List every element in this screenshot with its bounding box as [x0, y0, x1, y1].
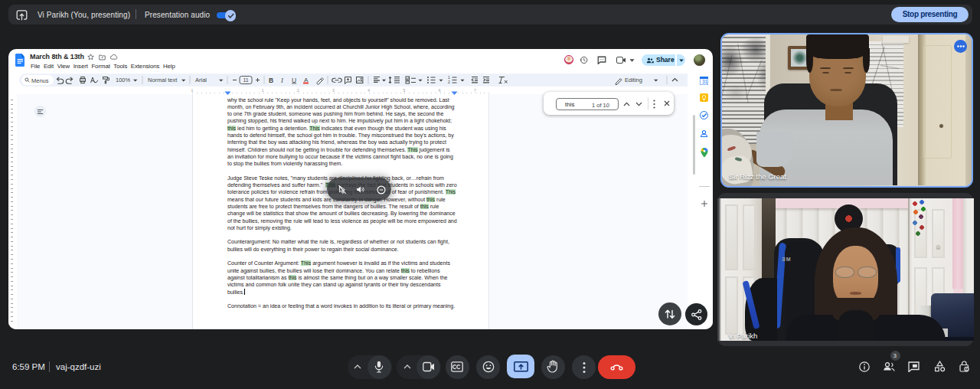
svg-text:U: U	[292, 77, 296, 84]
svg-text:100%: 100%	[116, 77, 131, 83]
svg-text:I: I	[280, 77, 284, 84]
svg-text:Normal text: Normal text	[148, 77, 178, 83]
svg-text:Arial: Arial	[195, 77, 207, 83]
svg-text:11: 11	[243, 77, 249, 83]
svg-text:A: A	[304, 77, 309, 83]
svg-text:31: 31	[702, 79, 708, 84]
svg-text:Editing: Editing	[625, 77, 642, 83]
svg-text:B: B	[269, 77, 273, 84]
svg-text:2: 2	[448, 80, 450, 84]
